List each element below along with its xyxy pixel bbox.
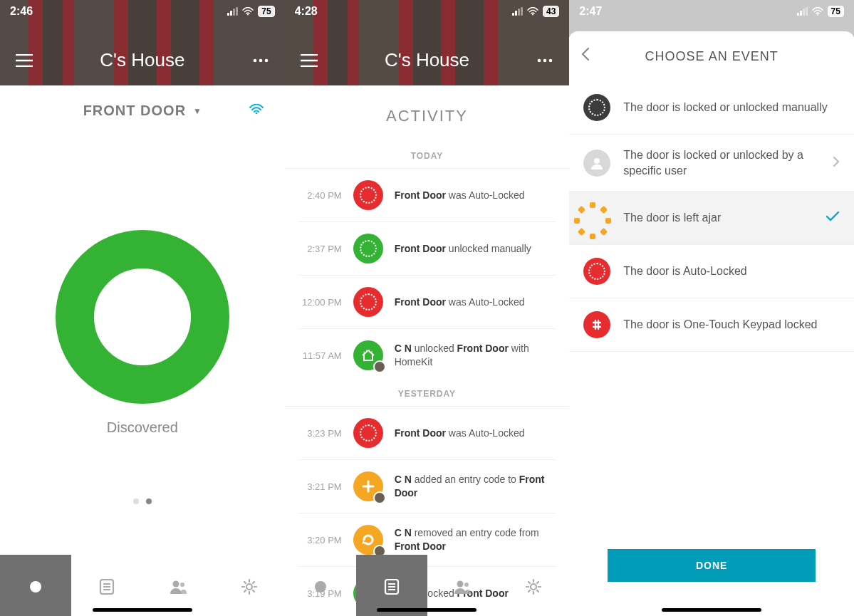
activity-row[interactable]: 3:21 PMC N added an entry code to Front … [298, 460, 557, 513]
more-button[interactable] [535, 51, 555, 71]
tab-bar [285, 555, 570, 616]
sheet: CHOOSE AN EVENT The door is locked or un… [569, 31, 854, 610]
svg-point-5 [30, 581, 41, 592]
status-right: 43 [512, 6, 559, 17]
event-options: The door is locked or unlocked manuallyT… [569, 81, 854, 352]
svg-point-13 [549, 58, 553, 62]
tab-home[interactable] [285, 555, 356, 616]
svg-point-4 [255, 113, 257, 115]
status-time: 4:28 [295, 5, 318, 18]
activity-row[interactable]: 2:40 PMFront Door was Auto-Locked [298, 169, 557, 222]
more-button[interactable] [251, 51, 271, 71]
status-right: 75 [227, 6, 274, 17]
svg-point-10 [532, 14, 533, 15]
event-option-label: The door is Auto-Locked [623, 263, 840, 279]
activity-row[interactable]: 3:23 PMFront Door was Auto-Locked [298, 407, 557, 460]
activity-icon [353, 234, 383, 263]
svg-point-3 [264, 58, 268, 62]
keypad-lock-icon [583, 311, 610, 338]
house-title[interactable]: C's House [100, 49, 184, 71]
door-selector[interactable]: FRONT DOOR ▼ [0, 85, 285, 123]
activity-icon [353, 180, 383, 210]
activity-row[interactable]: 2:37 PMFront Door unlocked manually [298, 222, 557, 276]
activity-description: Front Door unlocked manually [395, 242, 531, 256]
dropdown-caret-icon: ▼ [193, 106, 202, 116]
tab-guests[interactable] [142, 555, 214, 616]
activity-icon [353, 340, 383, 370]
home-indicator [662, 608, 761, 612]
home-indicator [93, 608, 192, 612]
activity-row[interactable]: 12:00 PMFront Door was Auto-Locked [298, 276, 557, 329]
activity-icon [353, 525, 383, 555]
tab-guests[interactable] [427, 555, 499, 616]
activity-icon [353, 471, 383, 501]
battery-level: 75 [828, 6, 844, 17]
activity-feed-today: 2:40 PMFront Door was Auto-Locked2:37 PM… [285, 169, 570, 382]
cell-signal-icon [512, 7, 523, 16]
section-header-today: TODAY [285, 144, 570, 169]
event-option-label: The door is locked or unlocked manually [623, 100, 840, 115]
activity-description: Front Door was Auto-Locked [395, 427, 525, 440]
event-option-label: The door is locked or unlocked by a spec… [623, 147, 820, 178]
activity-icon [353, 418, 383, 448]
cell-signal-icon [797, 7, 808, 16]
activity-description: Front Door was Auto-Locked [395, 189, 525, 202]
user-avatar-icon [373, 360, 386, 373]
svg-point-12 [543, 58, 547, 62]
event-option[interactable]: The door is locked or unlocked manually [569, 81, 854, 135]
svg-point-20 [817, 14, 818, 15]
svg-point-2 [259, 58, 262, 62]
menu-button[interactable] [299, 51, 319, 71]
check-icon [826, 211, 840, 225]
user-icon [583, 150, 610, 177]
hero-image: 2:46 75 C's House [0, 0, 285, 85]
tab-settings[interactable] [214, 555, 285, 616]
event-option-label: The door is left ajar [623, 210, 813, 226]
done-button[interactable]: DONE [608, 549, 816, 582]
svg-point-11 [538, 58, 541, 62]
status-bar: 2:46 75 [0, 0, 285, 23]
svg-point-0 [247, 14, 249, 15]
cell-signal-icon [227, 7, 238, 16]
screen-choose-event: 2:47 75 CHOOSE AN EVENT The door is lock… [569, 0, 854, 616]
event-option-label: The door is One-Touch Keypad locked [623, 317, 840, 333]
event-option[interactable]: The door is locked or unlocked by a spec… [569, 135, 854, 192]
event-option[interactable]: The door is One-Touch Keypad locked [569, 298, 854, 352]
auto-lock-icon [583, 258, 610, 285]
wifi-icon [527, 7, 538, 18]
event-option[interactable]: The door is Auto-Locked [569, 245, 854, 298]
wifi-icon [812, 7, 823, 18]
svg-point-7 [172, 581, 179, 588]
tab-activity[interactable] [356, 555, 427, 616]
house-title[interactable]: C's House [385, 49, 469, 71]
svg-point-1 [253, 58, 256, 62]
ajar-icon [583, 204, 610, 231]
lock-status-label: Discovered [107, 419, 178, 436]
activity-time: 3:23 PM [298, 428, 342, 439]
connection-icon [249, 104, 264, 118]
back-button[interactable] [580, 47, 590, 66]
sheet-title: CHOOSE AN EVENT [645, 49, 779, 64]
screen-lock-home: 2:46 75 C's House FRONT DOOR ▼ [0, 0, 285, 616]
menu-button[interactable] [14, 51, 34, 71]
lock-ring[interactable] [56, 230, 229, 404]
activity-time: 3:20 PM [298, 535, 342, 545]
activity-icon [353, 287, 383, 317]
event-option[interactable]: The door is left ajar [569, 192, 854, 245]
activity-time: 11:57 AM [298, 350, 342, 361]
activity-description: C N unlocked Front Door with HomeKit [395, 342, 557, 369]
status-time: 2:47 [579, 5, 602, 18]
svg-point-8 [180, 583, 184, 587]
door-label: FRONT DOOR [83, 103, 186, 119]
tab-bar [0, 555, 285, 616]
tab-activity[interactable] [71, 555, 142, 616]
tab-home[interactable] [0, 555, 71, 616]
activity-description: C N removed an entry code from Front Doo… [395, 526, 557, 553]
activity-row[interactable]: 11:57 AMC N unlocked Front Door with Hom… [298, 329, 557, 382]
home-indicator [377, 608, 477, 612]
tab-settings[interactable] [498, 555, 569, 616]
section-header-yesterday: YESTERDAY [285, 382, 570, 407]
sheet-header: CHOOSE AN EVENT [569, 31, 854, 81]
battery-level: 43 [543, 6, 559, 17]
activity-time: 3:21 PM [298, 481, 342, 492]
